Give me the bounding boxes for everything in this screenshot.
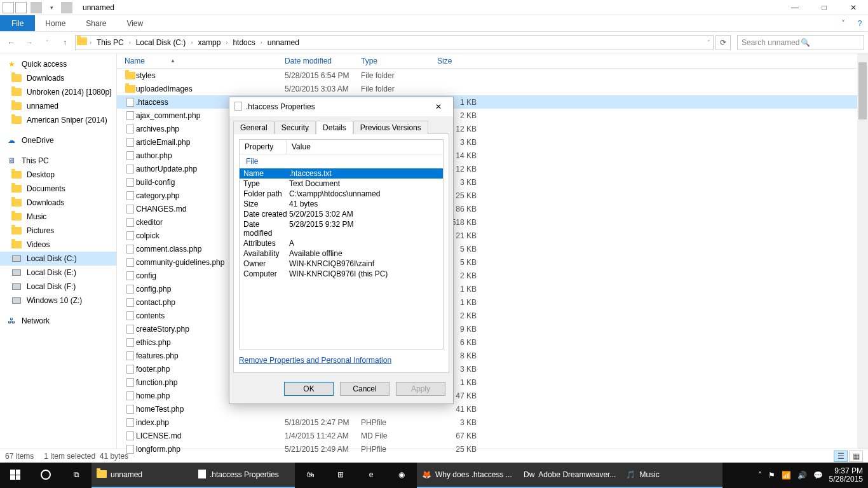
- tray-volume-icon[interactable]: 🔊: [797, 471, 807, 480]
- property-row[interactable]: Date created5/20/2015 3:02 AM: [240, 209, 443, 219]
- taskbar-item[interactable]: 🛍: [295, 463, 325, 488]
- dialog-tab[interactable]: Security: [275, 121, 316, 134]
- sidebar-item[interactable]: Local Disk (E:): [0, 266, 116, 280]
- close-button[interactable]: ✕: [839, 0, 868, 15]
- taskbar-clock[interactable]: 9:37 PM5/28/2015: [829, 467, 863, 484]
- sidebar-item[interactable]: Music: [0, 210, 116, 224]
- dialog-tab[interactable]: General: [233, 121, 275, 134]
- file-row[interactable]: uploadedImages5/20/2015 3:03 AMFile fold…: [117, 82, 868, 95]
- ribbon-tab-view[interactable]: View: [116, 15, 153, 31]
- prop-header-property[interactable]: Property: [240, 140, 287, 154]
- file-row[interactable]: LICENSE.md1/4/2015 11:42 AMMD File67 KB: [117, 429, 868, 442]
- file-row[interactable]: index.php5/18/2015 2:47 PMPHPfile3 KB: [117, 416, 868, 429]
- column-date[interactable]: Date modified: [285, 53, 361, 68]
- property-row[interactable]: Size41 bytes: [240, 199, 443, 209]
- recent-dropdown[interactable]: ˅: [39, 35, 55, 50]
- tray-action-icon[interactable]: ⚑: [768, 471, 775, 480]
- sidebar-item[interactable]: Downloads: [0, 71, 116, 85]
- taskbar-item[interactable]: e: [356, 463, 386, 488]
- sidebar-item[interactable]: American Sniper (2014): [0, 113, 116, 127]
- maximize-button[interactable]: □: [810, 0, 839, 15]
- address-dropdown[interactable]: ˅: [706, 39, 712, 46]
- cortana-button[interactable]: [31, 463, 61, 488]
- qat-dropdown[interactable]: ▾: [46, 2, 57, 13]
- onedrive[interactable]: ☁OneDrive: [0, 133, 116, 147]
- apply-button[interactable]: Apply: [396, 382, 445, 396]
- breadcrumb[interactable]: This PC: [94, 38, 126, 47]
- folder-icon: [125, 72, 135, 79]
- network[interactable]: 🖧Network: [0, 314, 116, 328]
- tray-notifications-icon[interactable]: 💬: [813, 471, 823, 480]
- help-button[interactable]: ?: [851, 15, 868, 31]
- cancel-button[interactable]: Cancel: [340, 382, 390, 396]
- sidebar-item[interactable]: Pictures: [0, 224, 116, 238]
- task-view-button[interactable]: ⧉: [61, 463, 92, 488]
- search-input[interactable]: Search unnamed 🔍: [737, 35, 864, 50]
- property-row[interactable]: Folder pathC:\xampp\htdocs\unnamed: [240, 189, 443, 199]
- breadcrumb[interactable]: htdocs: [230, 38, 257, 47]
- taskbar-item[interactable]: ◉: [386, 463, 417, 488]
- sidebar-item[interactable]: Windows 10 (Z:): [0, 294, 116, 308]
- prop-header-value[interactable]: Value: [287, 140, 316, 154]
- taskbar-item[interactable]: DwAdobe Dreamweaver...: [519, 463, 621, 488]
- back-button[interactable]: ←: [4, 35, 19, 50]
- taskbar-item[interactable]: .htaccess Properties: [193, 463, 295, 488]
- start-button[interactable]: [0, 463, 31, 488]
- property-row[interactable]: ComputerWIN-KNRCIQB976I (this PC): [240, 269, 443, 279]
- this-pc[interactable]: 🖥This PC: [0, 154, 116, 168]
- property-grid: Property Value File Name.htaccess.txtTyp…: [239, 139, 444, 349]
- sidebar-item[interactable]: Documents: [0, 182, 116, 196]
- up-button[interactable]: ↑: [57, 35, 72, 50]
- property-row[interactable]: OwnerWIN-KNRCIQB976I\zainf: [240, 259, 443, 269]
- property-row[interactable]: AttributesA: [240, 238, 443, 248]
- minimize-button[interactable]: —: [780, 0, 810, 15]
- scrollbar[interactable]: [857, 53, 868, 449]
- remove-properties-link[interactable]: Remove Properties and Personal Informati…: [239, 356, 391, 365]
- dialog-tab[interactable]: Details: [316, 121, 353, 134]
- column-name[interactable]: Name▲: [125, 53, 285, 68]
- taskbar-item[interactable]: 🦊Why does .htaccess ...: [417, 463, 519, 488]
- file-row[interactable]: styles5/28/2015 6:54 PMFile folder: [117, 69, 868, 82]
- folder-icon: [11, 101, 22, 111]
- column-type[interactable]: Type: [361, 53, 437, 68]
- ribbon-tab-home[interactable]: Home: [35, 15, 76, 31]
- dialog-tab[interactable]: Previous Versions: [353, 121, 428, 134]
- file-icon: [126, 231, 134, 240]
- property-row[interactable]: Name.htaccess.txt: [240, 168, 443, 179]
- file-row[interactable]: longform.php5/21/2015 2:49 AMPHPfile25 K…: [117, 442, 868, 456]
- ribbon-tab-share[interactable]: Share: [76, 15, 116, 31]
- breadcrumb[interactable]: unnamed: [265, 38, 302, 47]
- column-size[interactable]: Size: [437, 53, 487, 68]
- file-row[interactable]: homeTest.php41 KB: [117, 402, 868, 416]
- refresh-button[interactable]: ⟳: [715, 35, 731, 50]
- taskbar-item[interactable]: 🎵Music: [621, 463, 722, 488]
- sidebar-item[interactable]: Local Disk (F:): [0, 280, 116, 294]
- sidebar-item[interactable]: Videos: [0, 238, 116, 252]
- property-row[interactable]: Date modified5/28/2015 9:32 PM: [240, 219, 443, 238]
- sidebar-item[interactable]: Unbroken (2014) [1080p]: [0, 85, 116, 99]
- address-bar[interactable]: › This PC› Local Disk (C:)› xampp› htdoc…: [75, 35, 714, 50]
- property-row[interactable]: TypeText Document: [240, 179, 443, 189]
- star-icon: ★: [6, 59, 17, 69]
- breadcrumb[interactable]: Local Disk (C:): [133, 38, 189, 47]
- folder-icon: [125, 85, 135, 93]
- sidebar-item[interactable]: unnamed: [0, 99, 116, 113]
- quick-access[interactable]: ★Quick access: [0, 57, 116, 71]
- forward-button[interactable]: →: [22, 35, 37, 50]
- breadcrumb[interactable]: xampp: [195, 38, 223, 47]
- file-tab[interactable]: File: [0, 15, 35, 31]
- ok-button[interactable]: OK: [284, 382, 334, 396]
- tray-up-icon[interactable]: ˄: [758, 471, 762, 480]
- sidebar-item[interactable]: Desktop: [0, 168, 116, 182]
- status-count: 67 items: [5, 452, 34, 461]
- dialog-close-button[interactable]: ✕: [429, 102, 448, 111]
- taskbar-item[interactable]: ⊞: [325, 463, 356, 488]
- dialog-titlebar[interactable]: .htaccess Properties ✕: [229, 97, 453, 116]
- sidebar-item[interactable]: Local Disk (C:): [0, 252, 116, 266]
- taskbar-item[interactable]: unnamed: [92, 463, 193, 488]
- file-icon: [126, 258, 134, 267]
- ribbon-expand[interactable]: ˅: [835, 15, 851, 31]
- property-row[interactable]: AvailabilityAvailable offline: [240, 248, 443, 259]
- tray-wifi-icon[interactable]: 📶: [782, 471, 791, 480]
- sidebar-item[interactable]: Downloads: [0, 196, 116, 210]
